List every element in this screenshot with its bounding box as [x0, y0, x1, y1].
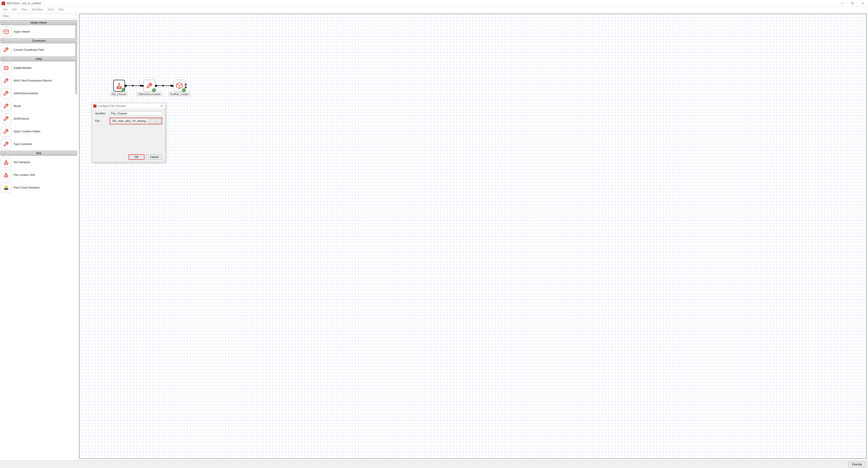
wrench-icon	[1, 101, 11, 111]
menu-workflow[interactable]: Workflow	[29, 7, 45, 12]
tool-label: SDSProtocol	[13, 117, 29, 120]
category-sink[interactable]: ▾ Sink	[0, 151, 77, 156]
main-content: ▾ Model Viewer Argon Viewer ▾ Conversion	[0, 12, 868, 460]
tool-sparc-curation-helper[interactable]: Sparc Curation Helper	[1, 125, 76, 138]
ok-button[interactable]: OK	[129, 154, 145, 160]
titlebar: MAPClient - xml_to_scaffold	[0, 0, 868, 7]
port-out[interactable]	[185, 84, 187, 85]
menu-tools[interactable]: Tools	[45, 7, 56, 12]
port-out[interactable]	[155, 85, 157, 87]
app-window: MAPClient - xml_to_scaffold File Edit Vi…	[0, 0, 868, 468]
close-icon[interactable]: ✕	[159, 104, 164, 108]
tool-label: Sparc Curation Helper	[13, 130, 40, 133]
execute-button[interactable]: Execute	[848, 462, 866, 467]
tool-label: DataEmbedder	[13, 66, 32, 69]
tool-muxer[interactable]: Muxer	[1, 100, 76, 112]
tool-label: mbfxml2exconverter	[13, 92, 38, 95]
canvas-area: File_Chooser mbfxml2exconverter	[78, 12, 868, 460]
category-label: Conversion	[32, 39, 46, 42]
tool-label: MAP Client Provenance Record	[13, 79, 52, 82]
connector[interactable]	[156, 85, 171, 86]
tool-file-location-sink[interactable]: File Location Sink	[1, 169, 76, 181]
dialog-title: Configure File Chooser	[98, 105, 126, 108]
tool-label: Type Converter	[13, 143, 32, 146]
database-up-icon	[113, 80, 125, 92]
tool-dict-serializer[interactable]: Dict Serializer	[1, 156, 76, 168]
file-label: File:	[95, 119, 110, 123]
chevron-down-icon: ▾	[2, 21, 5, 24]
svg-point-16	[4, 188, 9, 190]
database-down-icon	[1, 157, 11, 168]
tool-label: Convert Coordinate Field	[13, 48, 44, 52]
menu-edit[interactable]: Edit	[10, 7, 19, 12]
menu-view[interactable]: View	[19, 7, 29, 12]
tool-mbfxml2exconverter[interactable]: mbfxml2exconverter	[1, 87, 76, 99]
chevron-down-icon: ▾	[2, 39, 5, 42]
wrench-icon	[1, 88, 11, 98]
tool-map-provenance[interactable]: MAP Client Provenance Record	[1, 75, 76, 87]
category-model-viewer[interactable]: ▾ Model Viewer	[0, 20, 77, 25]
dialog-body: identifier: File: ...	[92, 109, 165, 152]
node-label: mbfxml2exconverter	[137, 92, 162, 96]
app-icon	[2, 2, 5, 5]
svg-line-5	[4, 30, 6, 32]
maximize-button[interactable]	[847, 0, 858, 7]
port-in[interactable]	[142, 85, 144, 87]
tool-label: File Location Sink	[13, 173, 35, 177]
cube-icon	[174, 80, 185, 92]
filter-input[interactable]	[1, 13, 76, 19]
tool-dataembedder[interactable]: DataEmbedder	[1, 62, 76, 74]
wrench-icon	[1, 114, 11, 124]
dialog-titlebar[interactable]: Configure File Chooser ✕	[92, 103, 165, 109]
workflow-canvas[interactable]: File_Chooser mbfxml2exconverter	[79, 13, 867, 459]
svg-point-19	[117, 86, 121, 88]
close-button[interactable]	[858, 0, 868, 7]
tool-convert-coordinate-field[interactable]: Convert Coordinate Field	[1, 44, 76, 56]
cancel-button[interactable]: Cancel	[146, 154, 162, 160]
category-utility[interactable]: ▾ Utility	[0, 56, 77, 61]
tool-point-cloud-serializer[interactable]: Point Cloud Serializer	[1, 181, 76, 194]
category-label: Utility	[35, 57, 42, 60]
chevron-down-icon: ▾	[2, 57, 5, 60]
wrench-icon	[144, 80, 155, 92]
connector[interactable]	[126, 85, 141, 86]
file-input[interactable]	[111, 119, 148, 123]
tool-type-converter[interactable]: Type Converter	[1, 138, 76, 150]
wrench-icon	[1, 139, 11, 149]
svg-point-9	[5, 67, 7, 69]
tool-sdsprotocol[interactable]: SDSProtocol	[1, 113, 76, 125]
category-conversion[interactable]: ▾ Conversion	[0, 38, 77, 43]
cloud-icon	[1, 182, 11, 193]
category-label: Sink	[36, 152, 41, 155]
tool-label: Dict Serializer	[13, 161, 30, 164]
port-in[interactable]	[172, 85, 174, 87]
footer: Execute	[0, 460, 868, 468]
node-scaffold-creator[interactable]: Scaffold_Creator	[173, 80, 186, 96]
node-mbfxml2exconverter[interactable]: mbfxml2exconverter	[143, 80, 156, 96]
svg-point-18	[6, 186, 8, 188]
browse-button[interactable]: ...	[149, 119, 161, 123]
configure-file-chooser-dialog[interactable]: Configure File Chooser ✕ identifier: Fil…	[92, 103, 165, 162]
svg-rect-1	[852, 2, 853, 4]
menu-help[interactable]: Help	[56, 7, 66, 12]
wrench-icon	[1, 126, 11, 137]
identifier-label: identifier:	[95, 112, 110, 115]
wrench-icon	[1, 45, 11, 55]
tool-argon-viewer[interactable]: Argon Viewer	[1, 26, 76, 38]
svg-point-14	[4, 163, 8, 164]
identifier-input[interactable]	[110, 111, 162, 116]
node-file-chooser[interactable]: File_Chooser	[113, 80, 126, 96]
node-label: Scaffold_Creator	[169, 92, 190, 96]
toolbox[interactable]: ▾ Model Viewer Argon Viewer ▾ Conversion	[0, 20, 78, 460]
port-out[interactable]	[124, 85, 126, 87]
port-out[interactable]	[185, 86, 187, 88]
tool-label: Point Cloud Serializer	[13, 186, 40, 189]
menubar: File Edit View Workflow Tools Help	[0, 7, 868, 12]
category-label: Model Viewer	[31, 21, 47, 24]
svg-point-15	[4, 175, 8, 177]
menu-file[interactable]: File	[1, 7, 10, 12]
chevron-down-icon: ▾	[2, 152, 5, 155]
chip-icon	[1, 63, 11, 73]
minimize-button[interactable]	[837, 0, 847, 7]
tool-label: Argon Viewer	[13, 30, 30, 33]
